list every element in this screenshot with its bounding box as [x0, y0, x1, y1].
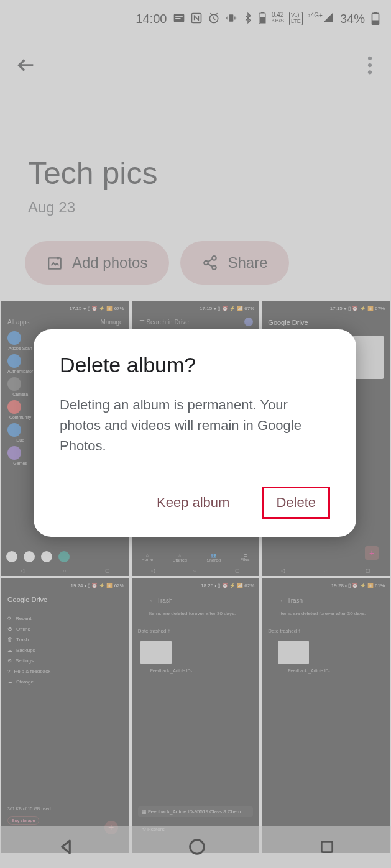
delete-album-dialog: Delete album? Deleting an album is perma…: [34, 329, 356, 537]
dialog-title: Delete album?: [60, 353, 330, 377]
system-nav-bar: [0, 826, 391, 868]
dialog-body: Deleting an album is permanent. Your pho…: [60, 395, 330, 456]
nav-recents-button[interactable]: [319, 839, 335, 855]
nav-home-button[interactable]: [188, 838, 206, 856]
delete-button[interactable]: Delete: [262, 487, 330, 519]
dialog-actions: Keep album Delete: [60, 486, 330, 519]
svg-rect-20: [321, 841, 332, 852]
svg-point-19: [190, 840, 204, 854]
keep-album-button[interactable]: Keep album: [144, 486, 242, 519]
nav-back-button[interactable]: [57, 838, 75, 856]
